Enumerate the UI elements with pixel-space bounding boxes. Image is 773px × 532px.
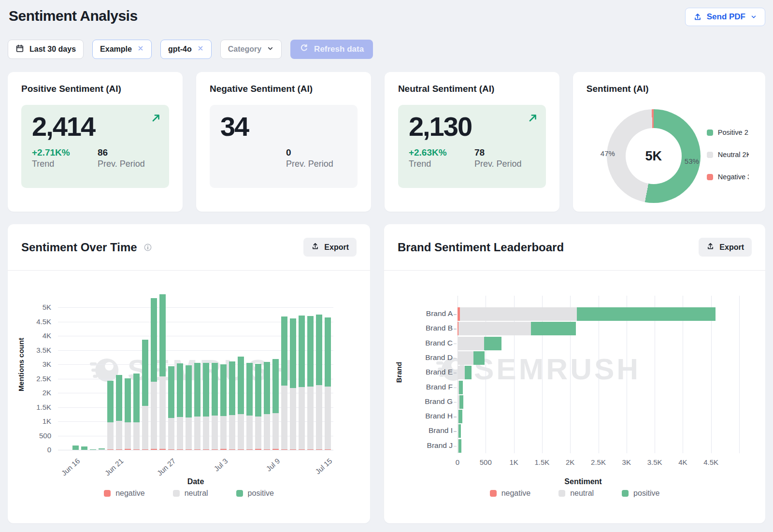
filter-chip-example[interactable]: Example [92,40,152,59]
trend-up-arrow-icon [151,113,161,125]
bar-segment [107,381,114,422]
chip-label: gpt-4o [168,45,192,54]
time-bar-jul-9[interactable] [272,359,279,450]
leaderboard-bar-brand-j[interactable] [458,439,461,453]
bar-segment [458,439,461,453]
bar-segment [229,361,235,415]
time-bar-jul-2[interactable] [212,363,218,450]
bar-segment [458,351,473,365]
time-bar-jun-18[interactable] [90,449,96,450]
time-bar-jun-21[interactable] [116,375,122,450]
time-bar-jun-27[interactable] [168,366,174,450]
bar-segment [107,449,114,450]
category-dropdown[interactable]: Category [220,40,282,59]
bar-segment [177,449,183,450]
time-bar-jul-3[interactable] [220,364,227,450]
axis-tick-mark [454,446,457,447]
bar-segment [316,449,322,450]
remove-chip-icon[interactable] [197,45,204,54]
time-bar-jun-16[interactable] [72,446,79,450]
info-icon[interactable] [143,243,152,252]
date-range-button[interactable]: Last 30 days [8,40,84,59]
time-bar-jun-20[interactable] [107,381,114,450]
bar-segment [290,388,296,449]
y-axis-title: Brand [395,353,403,392]
filter-chip-gpt-4o[interactable]: gpt-4o [160,40,212,59]
bar-segment [281,316,287,386]
donut-legend-item-negative[interactable]: Negative 34 [707,173,749,181]
leaderboard-bar-brand-e[interactable] [458,366,472,379]
bar-segment [246,449,253,450]
sentiment-over-time-card: Sentiment Over Time Export SEMRUSH 05001… [8,224,370,523]
time-bar-jul-13[interactable] [307,316,314,450]
leaderboard-bar-brand-b[interactable] [458,322,576,335]
leaderboard-bar-brand-c[interactable] [458,337,501,350]
time-bar-jul-11[interactable] [290,318,296,450]
time-bar-jun-29[interactable] [186,365,192,450]
time-bar-jul-10[interactable] [281,316,287,450]
time-bar-jul-8[interactable] [264,362,270,450]
bar-segment [484,337,501,350]
kpi-card-neutral: Neutral Sentiment (AI) 2,130 +2.63K% Tre… [385,72,559,212]
leaderboard-bar-brand-d[interactable] [458,351,485,365]
bar-segment [151,382,157,449]
bar-segment [238,357,244,414]
time-bar-jul-4[interactable] [229,361,235,450]
time-bar-jun-25[interactable] [151,298,157,450]
bar-segment [229,449,235,450]
time-bar-jul-14[interactable] [316,315,322,450]
time-bar-jun-22[interactable] [125,378,131,450]
time-bar-jun-28[interactable] [177,363,183,450]
leaderboard-bar-brand-i[interactable] [458,424,461,438]
leaderboard-bar-brand-g[interactable] [458,395,463,409]
time-bar-jul-6[interactable] [246,363,253,450]
legend-item-negative[interactable]: negative [490,489,531,498]
gridline [58,450,333,450]
kpi-title: Negative Sentiment (AI) [210,84,358,94]
bar-segment [212,363,218,416]
time-bar-jun-17[interactable] [81,446,87,450]
bar-segment [238,449,244,450]
legend-item-positive[interactable]: positive [622,489,659,498]
chart-legend: negativeneutralpositive [8,489,370,498]
donut-legend-item-positive[interactable]: Positive 2.4K [707,129,749,136]
refresh-data-button[interactable]: Refresh data [290,40,373,59]
bar-segment [90,449,96,450]
time-bar-jun-23[interactable] [133,374,140,450]
prev-label: Prev. Period [286,159,347,169]
time-bar-jul-7[interactable] [255,364,261,450]
negative-swatch-icon [104,490,111,497]
time-bar-jun-30[interactable] [194,363,200,450]
time-bar-jun-24[interactable] [142,340,148,450]
bar-segment [116,449,122,450]
bar-segment [299,449,305,450]
legend-item-positive[interactable]: positive [236,489,274,498]
export-button[interactable]: Export [303,238,357,257]
time-bar-jun-19[interactable] [99,448,105,450]
send-pdf-button[interactable]: Send PDF [685,8,765,26]
remove-chip-icon[interactable] [137,45,144,54]
legend-item-neutral[interactable]: neutral [173,489,208,498]
bar-segment [531,322,576,335]
time-bar-jul-1[interactable] [203,363,209,450]
legend-item-neutral[interactable]: neutral [558,489,594,498]
donut-center-value: 5K [639,149,668,164]
prev-label: Prev. Period [474,159,535,169]
legend-item-negative[interactable]: negative [104,489,145,498]
bar-segment [264,362,270,414]
time-bar-jun-26[interactable] [159,294,166,450]
axis-tick-mark [454,402,457,403]
donut-legend-item-neutral[interactable]: Neutral 2K [707,151,749,158]
sentiment-donut-card: Sentiment (AI) 5K 47% 53% Positive 2.4KN… [573,72,765,212]
donut-legend-label: Negative 34 [718,173,749,181]
leaderboard-bar-brand-h[interactable] [458,410,462,423]
time-bar-jul-12[interactable] [299,316,305,450]
bar-segment [194,449,200,450]
leaderboard-bar-brand-a[interactable] [458,307,716,321]
export-button[interactable]: Export [699,238,752,257]
time-bar-jul-15[interactable] [325,317,331,450]
bar-segment [116,421,122,449]
leaderboard-bar-brand-f[interactable] [458,381,463,394]
time-bar-jul-5[interactable] [238,357,244,450]
prev-value: 78 [474,147,535,158]
